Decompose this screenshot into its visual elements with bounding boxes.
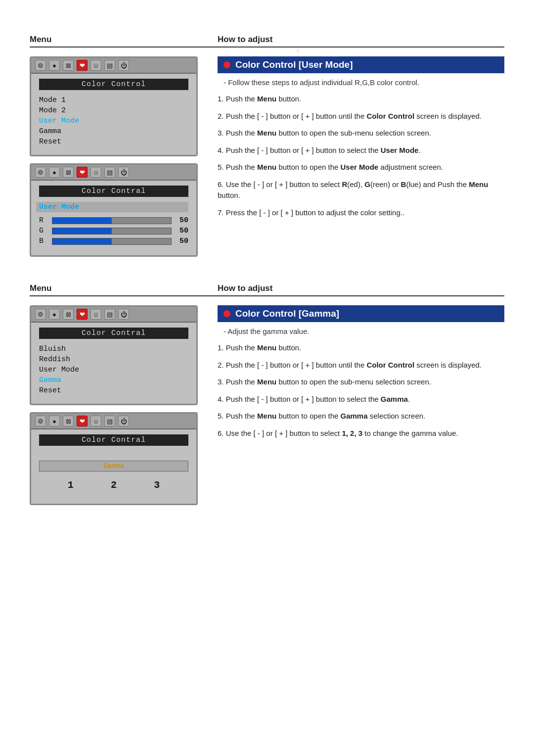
gamma-value-3: 3 (154, 479, 160, 491)
backtick: ` (297, 49, 299, 57)
rgb-bar-b (52, 238, 172, 245)
rgb-label-r: R (39, 216, 49, 225)
step-2-1: 1. Push the Menu button. (218, 342, 504, 354)
monitor-item-reset-2: Reset (39, 385, 188, 396)
monitor-body-1b: Color Contral User Mode R 50 G (31, 181, 196, 255)
monitor-toolbar-2b: ⚙ ● ⊠ ❤ ☺ ▤ ⏻ (31, 414, 196, 429)
rgb-label-b: B (39, 237, 49, 245)
monitor-item-gamma: Gamma (39, 126, 188, 137)
toolbar-icon-power-3: ⏻ (118, 309, 129, 320)
toolbar-icon-gear-2: ⚙ (35, 167, 46, 178)
toolbar-icon-resize-4: ⊠ (63, 416, 74, 426)
step-2-6: 6. Use the [ - ] or [ + ] button to sele… (218, 428, 504, 439)
section-header-1: Menu How to adjust (30, 35, 504, 47)
menu-label-2: Menu (30, 284, 198, 293)
monitor-item-usermode: User Mode (39, 116, 188, 126)
step-1-7: 7. Press the [ - ] or [ + ] button to ad… (218, 207, 504, 219)
title-dot-gamma (223, 310, 230, 317)
monitor-screen-2b: ⚙ ● ⊠ ❤ ☺ ▤ ⏻ Color Contral Gamma 1 2 3 (30, 412, 198, 505)
menu-label-1: Menu (30, 35, 198, 45)
step-2-4: 4. Push the [ - ] button or [ + ] button… (218, 394, 504, 405)
toolbar-icon-color-active-3: ❤ (77, 309, 88, 320)
monitor-toolbar-2a: ⚙ ● ⊠ ❤ ☺ ▤ ⏻ (31, 307, 196, 323)
toolbar-icon-power-4: ⏻ (118, 416, 129, 426)
monitor-item-mode1: Mode 1 (39, 95, 188, 105)
toolbar-icon-face-3: ☺ (90, 309, 101, 320)
monitor-item-bluish: Bluish (39, 344, 188, 354)
monitor-item-reset: Reset (39, 137, 188, 147)
toolbar-icon-gear-3: ⚙ (35, 309, 46, 320)
step-1-1: 1. Push the Menu button. (218, 94, 504, 105)
subtitle-user-mode: - Follow these steps to adjust individua… (218, 78, 504, 87)
rgb-fill-b (52, 238, 112, 244)
toolbar-icon-face-2: ☺ (90, 167, 101, 178)
toolbar-icon-resize-3: ⊠ (63, 309, 74, 320)
section-gamma: ⚙ ● ⊠ ❤ ☺ ▤ ⏻ Color Contral Bluish Reddi… (30, 305, 504, 512)
monitor-title-1a: Color Control (39, 79, 188, 90)
toolbar-icon-color-active-4: ❤ (77, 416, 88, 426)
subtitle-gamma: - Adjust the gamma value. (218, 327, 504, 335)
gamma-value-1: 1 (68, 479, 74, 491)
rgb-bar-g (52, 228, 172, 235)
right-col-gamma: Color Control [Gamma] - Adjust the gamma… (218, 305, 504, 512)
monitor-item-reddish: Reddish (39, 354, 188, 365)
toolbar-icon-menu: ▤ (104, 60, 115, 71)
toolbar-icon-off-4: ● (49, 416, 60, 426)
rgb-fill-g (52, 228, 112, 234)
toolbar-icon-gear: ⚙ (35, 60, 46, 71)
section-user-mode: ⚙ ● ⊠ ❤ ☺ ▤ ⏻ Color Control Mode 1 Mode … (30, 56, 504, 264)
gamma-values-row: 1 2 3 (39, 474, 188, 496)
rgb-value-b: 50 (175, 237, 188, 245)
monitor-title-2b: Color Contral (39, 434, 188, 446)
rgb-value-r: 50 (175, 216, 188, 225)
monitor-toolbar-1a: ⚙ ● ⊠ ❤ ☺ ▤ ⏻ (31, 58, 196, 74)
step-2-2: 2. Push the [ - ] button or [ + ] button… (218, 360, 504, 371)
left-col-user-mode: ⚙ ● ⊠ ❤ ☺ ▤ ⏻ Color Control Mode 1 Mode … (30, 56, 198, 264)
section-header-2: Menu How to adjust (30, 284, 504, 296)
monitor-title-2a: Color Contral (39, 328, 188, 339)
step-1-3: 3. Push the Menu button to open the sub-… (218, 128, 504, 139)
monitor-screen-1b: ⚙ ● ⊠ ❤ ☺ ▤ ⏻ Color Contral User Mode R (30, 163, 198, 257)
toolbar-icon-face-4: ☺ (90, 416, 101, 426)
toolbar-icon-power-off: ● (49, 60, 60, 71)
toolbar-icon-resize-2: ⊠ (63, 167, 74, 178)
monitor-item-gamma-2: Gamma (39, 375, 188, 385)
monitor-toolbar-1b: ⚙ ● ⊠ ❤ ☺ ▤ ⏻ (31, 165, 196, 181)
rgb-row-g: G 50 (39, 227, 188, 235)
monitor-selected-usermode: User Mode (36, 202, 188, 212)
toolbar-icon-face: ☺ (90, 60, 101, 71)
rgb-row-b: B 50 (39, 237, 188, 245)
title-text-user-mode: Color Control [User Mode] (235, 59, 353, 70)
step-2-3: 3. Push the Menu button to open the sub-… (218, 377, 504, 388)
toolbar-icon-menu-3: ▤ (104, 309, 115, 320)
how-label-2: How to adjust (198, 284, 504, 293)
monitor-body-2a: Color Contral Bluish Reddish User Mode G… (31, 323, 196, 404)
left-col-gamma: ⚙ ● ⊠ ❤ ☺ ▤ ⏻ Color Contral Bluish Reddi… (30, 305, 198, 512)
monitor-screen-2a: ⚙ ● ⊠ ❤ ☺ ▤ ⏻ Color Contral Bluish Reddi… (30, 305, 198, 405)
toolbar-icon-resize: ⊠ (63, 60, 74, 71)
rgb-label-g: G (39, 227, 49, 235)
step-1-5: 5. Push the Menu button to open the User… (218, 162, 504, 173)
gamma-value-2: 2 (111, 479, 117, 491)
monitor-title-1b: Color Contral (39, 186, 188, 197)
monitor-body-1a: Color Control Mode 1 Mode 2 User Mode Ga… (31, 74, 196, 155)
how-label-1: How to adjust (198, 35, 504, 45)
toolbar-icon-color-active-2: ❤ (77, 167, 88, 178)
right-col-user-mode: Color Control [User Mode] - Follow these… (218, 56, 504, 264)
toolbar-icon-power-2: ⏻ (118, 167, 129, 178)
gamma-bar: Gamma (39, 461, 188, 472)
toolbar-icon-color-active: ❤ (77, 60, 88, 71)
toolbar-icon-gear-4: ⚙ (35, 416, 46, 426)
rgb-fill-r (52, 218, 112, 224)
monitor-item-mode2: Mode 2 (39, 105, 188, 116)
title-text-gamma: Color Control [Gamma] (235, 308, 339, 319)
step-1-6: 6. Use the [ - ] or [ + ] button to sele… (218, 179, 504, 201)
section-title-gamma: Color Control [Gamma] (218, 305, 504, 322)
step-1-4: 4. Push the [ - ] button or [ + ] button… (218, 145, 504, 156)
toolbar-icon-menu-2: ▤ (104, 167, 115, 178)
rgb-row-r: R 50 (39, 216, 188, 225)
step-1-2: 2. Push the [ - ] button or [ + ] button… (218, 111, 504, 122)
monitor-screen-1a: ⚙ ● ⊠ ❤ ☺ ▤ ⏻ Color Control Mode 1 Mode … (30, 56, 198, 156)
toolbar-icon-off-3: ● (49, 309, 60, 320)
rgb-value-g: 50 (175, 227, 188, 235)
